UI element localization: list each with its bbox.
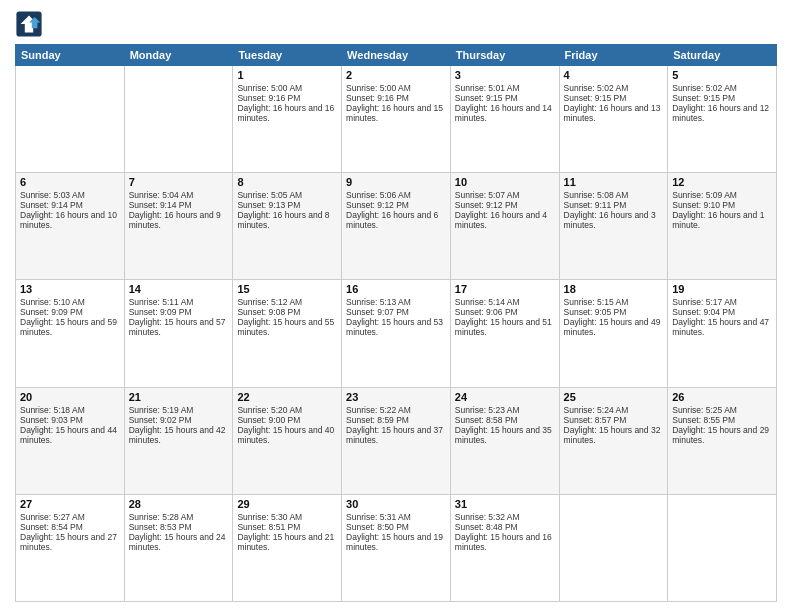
sunrise-text: Sunrise: 5:20 AM: [237, 405, 337, 415]
sunrise-text: Sunrise: 5:10 AM: [20, 297, 120, 307]
day-number: 16: [346, 283, 446, 295]
calendar-cell: 8Sunrise: 5:05 AMSunset: 9:13 PMDaylight…: [233, 173, 342, 280]
calendar-cell: 5Sunrise: 5:02 AMSunset: 9:15 PMDaylight…: [668, 66, 777, 173]
day-number: 20: [20, 391, 120, 403]
day-number: 4: [564, 69, 664, 81]
daylight-text: Daylight: 15 hours and 21 minutes.: [237, 532, 337, 552]
sunrise-text: Sunrise: 5:11 AM: [129, 297, 229, 307]
sunrise-text: Sunrise: 5:03 AM: [20, 190, 120, 200]
sunset-text: Sunset: 9:15 PM: [564, 93, 664, 103]
calendar-cell: 6Sunrise: 5:03 AMSunset: 9:14 PMDaylight…: [16, 173, 125, 280]
sunrise-text: Sunrise: 5:00 AM: [237, 83, 337, 93]
logo-icon: [15, 10, 43, 38]
sunrise-text: Sunrise: 5:22 AM: [346, 405, 446, 415]
sunset-text: Sunset: 9:05 PM: [564, 307, 664, 317]
calendar-week-row: 20Sunrise: 5:18 AMSunset: 9:03 PMDayligh…: [16, 387, 777, 494]
sunset-text: Sunset: 8:50 PM: [346, 522, 446, 532]
calendar-cell: 1Sunrise: 5:00 AMSunset: 9:16 PMDaylight…: [233, 66, 342, 173]
day-number: 30: [346, 498, 446, 510]
sunset-text: Sunset: 9:02 PM: [129, 415, 229, 425]
daylight-text: Daylight: 16 hours and 16 minutes.: [237, 103, 337, 123]
sunrise-text: Sunrise: 5:02 AM: [672, 83, 772, 93]
sunrise-text: Sunrise: 5:24 AM: [564, 405, 664, 415]
sunset-text: Sunset: 8:51 PM: [237, 522, 337, 532]
day-number: 22: [237, 391, 337, 403]
sunrise-text: Sunrise: 5:15 AM: [564, 297, 664, 307]
day-number: 11: [564, 176, 664, 188]
daylight-text: Daylight: 15 hours and 40 minutes.: [237, 425, 337, 445]
daylight-text: Daylight: 15 hours and 27 minutes.: [20, 532, 120, 552]
sunrise-text: Sunrise: 5:07 AM: [455, 190, 555, 200]
daylight-text: Daylight: 15 hours and 37 minutes.: [346, 425, 446, 445]
calendar-cell: 16Sunrise: 5:13 AMSunset: 9:07 PMDayligh…: [342, 280, 451, 387]
daylight-text: Daylight: 16 hours and 13 minutes.: [564, 103, 664, 123]
sunrise-text: Sunrise: 5:04 AM: [129, 190, 229, 200]
daylight-text: Daylight: 16 hours and 4 minutes.: [455, 210, 555, 230]
sunset-text: Sunset: 9:03 PM: [20, 415, 120, 425]
calendar-cell: 4Sunrise: 5:02 AMSunset: 9:15 PMDaylight…: [559, 66, 668, 173]
calendar-header-friday: Friday: [559, 45, 668, 66]
sunrise-text: Sunrise: 5:28 AM: [129, 512, 229, 522]
calendar-cell: 19Sunrise: 5:17 AMSunset: 9:04 PMDayligh…: [668, 280, 777, 387]
calendar-week-row: 1Sunrise: 5:00 AMSunset: 9:16 PMDaylight…: [16, 66, 777, 173]
sunset-text: Sunset: 9:09 PM: [129, 307, 229, 317]
calendar-cell: 31Sunrise: 5:32 AMSunset: 8:48 PMDayligh…: [450, 494, 559, 601]
sunset-text: Sunset: 8:57 PM: [564, 415, 664, 425]
sunrise-text: Sunrise: 5:02 AM: [564, 83, 664, 93]
sunrise-text: Sunrise: 5:01 AM: [455, 83, 555, 93]
sunset-text: Sunset: 8:55 PM: [672, 415, 772, 425]
sunset-text: Sunset: 9:00 PM: [237, 415, 337, 425]
day-number: 29: [237, 498, 337, 510]
daylight-text: Daylight: 15 hours and 44 minutes.: [20, 425, 120, 445]
day-number: 15: [237, 283, 337, 295]
day-number: 12: [672, 176, 772, 188]
sunrise-text: Sunrise: 5:27 AM: [20, 512, 120, 522]
sunrise-text: Sunrise: 5:00 AM: [346, 83, 446, 93]
day-number: 21: [129, 391, 229, 403]
day-number: 24: [455, 391, 555, 403]
daylight-text: Daylight: 15 hours and 55 minutes.: [237, 317, 337, 337]
day-number: 28: [129, 498, 229, 510]
day-number: 13: [20, 283, 120, 295]
calendar-cell: 12Sunrise: 5:09 AMSunset: 9:10 PMDayligh…: [668, 173, 777, 280]
day-number: 10: [455, 176, 555, 188]
sunset-text: Sunset: 8:53 PM: [129, 522, 229, 532]
day-number: 26: [672, 391, 772, 403]
daylight-text: Daylight: 15 hours and 35 minutes.: [455, 425, 555, 445]
day-number: 19: [672, 283, 772, 295]
daylight-text: Daylight: 16 hours and 10 minutes.: [20, 210, 120, 230]
calendar-week-row: 6Sunrise: 5:03 AMSunset: 9:14 PMDaylight…: [16, 173, 777, 280]
daylight-text: Daylight: 16 hours and 1 minute.: [672, 210, 772, 230]
daylight-text: Daylight: 15 hours and 49 minutes.: [564, 317, 664, 337]
day-number: 9: [346, 176, 446, 188]
daylight-text: Daylight: 16 hours and 12 minutes.: [672, 103, 772, 123]
sunrise-text: Sunrise: 5:12 AM: [237, 297, 337, 307]
calendar-cell: 10Sunrise: 5:07 AMSunset: 9:12 PMDayligh…: [450, 173, 559, 280]
calendar-cell: 11Sunrise: 5:08 AMSunset: 9:11 PMDayligh…: [559, 173, 668, 280]
sunrise-text: Sunrise: 5:05 AM: [237, 190, 337, 200]
day-number: 2: [346, 69, 446, 81]
daylight-text: Daylight: 16 hours and 14 minutes.: [455, 103, 555, 123]
sunset-text: Sunset: 8:59 PM: [346, 415, 446, 425]
daylight-text: Daylight: 15 hours and 16 minutes.: [455, 532, 555, 552]
daylight-text: Daylight: 15 hours and 42 minutes.: [129, 425, 229, 445]
calendar-header-thursday: Thursday: [450, 45, 559, 66]
day-number: 7: [129, 176, 229, 188]
sunrise-text: Sunrise: 5:09 AM: [672, 190, 772, 200]
day-number: 31: [455, 498, 555, 510]
sunset-text: Sunset: 9:14 PM: [20, 200, 120, 210]
header: [15, 10, 777, 38]
daylight-text: Daylight: 16 hours and 9 minutes.: [129, 210, 229, 230]
daylight-text: Daylight: 15 hours and 57 minutes.: [129, 317, 229, 337]
calendar-cell: [16, 66, 125, 173]
sunset-text: Sunset: 9:14 PM: [129, 200, 229, 210]
calendar-header-saturday: Saturday: [668, 45, 777, 66]
calendar-cell: 30Sunrise: 5:31 AMSunset: 8:50 PMDayligh…: [342, 494, 451, 601]
day-number: 17: [455, 283, 555, 295]
sunset-text: Sunset: 9:16 PM: [237, 93, 337, 103]
calendar-cell: [559, 494, 668, 601]
daylight-text: Daylight: 16 hours and 3 minutes.: [564, 210, 664, 230]
daylight-text: Daylight: 15 hours and 59 minutes.: [20, 317, 120, 337]
calendar-header-monday: Monday: [124, 45, 233, 66]
logo: [15, 10, 47, 38]
